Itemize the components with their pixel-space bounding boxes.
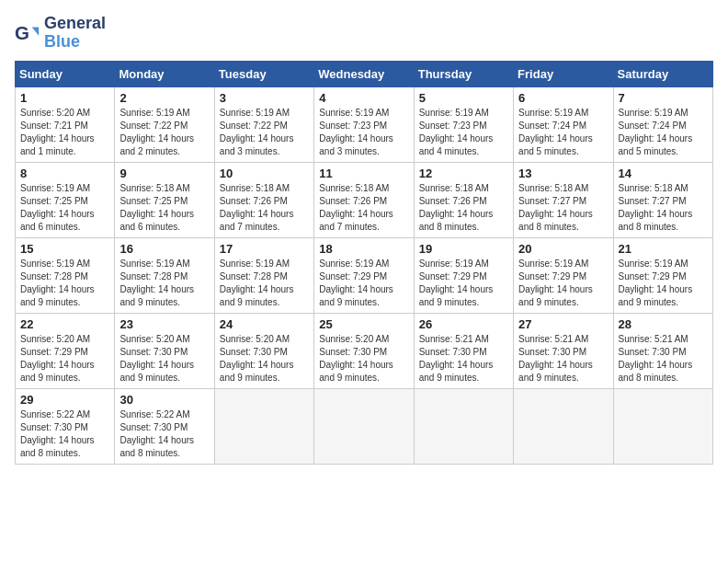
day-header-thursday: Thursday [414,61,513,86]
day-cell: 11Sunrise: 5:18 AMSunset: 7:26 PMDayligh… [314,162,414,237]
day-number: 19 [419,242,508,256]
day-info: Sunrise: 5:18 AMSunset: 7:26 PMDaylight:… [319,182,408,234]
day-header-saturday: Saturday [613,61,712,86]
day-number: 21 [619,242,708,256]
day-cell: 21Sunrise: 5:19 AMSunset: 7:29 PMDayligh… [613,237,712,313]
week-row-2: 8Sunrise: 5:19 AMSunset: 7:25 PMDaylight… [16,162,713,237]
day-info: Sunrise: 5:19 AMSunset: 7:23 PMDaylight:… [319,107,408,158]
day-number: 22 [20,317,109,331]
day-number: 30 [119,393,209,407]
day-header-monday: Monday [115,61,214,86]
day-info: Sunrise: 5:21 AMSunset: 7:30 PMDaylight:… [619,333,708,385]
day-info: Sunrise: 5:19 AMSunset: 7:24 PMDaylight:… [619,107,708,158]
day-info: Sunrise: 5:22 AMSunset: 7:30 PMDaylight:… [119,408,209,460]
day-cell: 6Sunrise: 5:19 AMSunset: 7:24 PMDaylight… [514,86,613,162]
day-number: 16 [119,242,209,256]
day-number: 28 [619,317,708,331]
day-info: Sunrise: 5:21 AMSunset: 7:30 PMDaylight:… [419,333,508,385]
day-info: Sunrise: 5:19 AMSunset: 7:24 PMDaylight:… [518,107,608,158]
day-cell [514,388,613,464]
svg-text:G: G [15,21,29,42]
day-number: 23 [119,317,209,331]
day-info: Sunrise: 5:20 AMSunset: 7:30 PMDaylight:… [119,333,209,385]
day-header-friday: Friday [514,61,613,86]
day-cell: 12Sunrise: 5:18 AMSunset: 7:26 PMDayligh… [414,162,513,237]
day-number: 8 [20,167,109,180]
day-cell [414,388,513,464]
day-cell: 16Sunrise: 5:19 AMSunset: 7:28 PMDayligh… [115,237,214,313]
day-info: Sunrise: 5:19 AMSunset: 7:25 PMDaylight:… [20,182,109,234]
day-number: 14 [619,167,708,180]
day-number: 17 [220,242,309,256]
day-cell: 10Sunrise: 5:18 AMSunset: 7:26 PMDayligh… [214,162,313,237]
day-cell: 20Sunrise: 5:19 AMSunset: 7:29 PMDayligh… [514,237,613,313]
day-info: Sunrise: 5:19 AMSunset: 7:22 PMDaylight:… [220,107,309,158]
week-row-1: 1Sunrise: 5:20 AMSunset: 7:21 PMDaylight… [16,86,713,162]
day-cell: 17Sunrise: 5:19 AMSunset: 7:28 PMDayligh… [214,237,313,313]
day-cell: 13Sunrise: 5:18 AMSunset: 7:27 PMDayligh… [514,162,613,237]
day-number: 12 [419,167,508,180]
day-number: 15 [20,242,109,256]
day-cell: 27Sunrise: 5:21 AMSunset: 7:30 PMDayligh… [514,313,613,388]
week-row-3: 15Sunrise: 5:19 AMSunset: 7:28 PMDayligh… [16,237,713,313]
logo-text: General Blue [44,15,106,52]
day-number: 13 [518,167,608,180]
logo: G General Blue [15,15,106,52]
day-info: Sunrise: 5:18 AMSunset: 7:27 PMDaylight:… [518,182,608,234]
day-info: Sunrise: 5:19 AMSunset: 7:22 PMDaylight:… [119,107,209,158]
day-cell: 25Sunrise: 5:20 AMSunset: 7:30 PMDayligh… [314,313,414,388]
day-number: 20 [518,242,608,256]
day-info: Sunrise: 5:21 AMSunset: 7:30 PMDaylight:… [518,333,608,385]
day-info: Sunrise: 5:20 AMSunset: 7:29 PMDaylight:… [20,333,109,385]
day-info: Sunrise: 5:19 AMSunset: 7:28 PMDaylight:… [119,258,209,309]
day-info: Sunrise: 5:20 AMSunset: 7:30 PMDaylight:… [319,333,408,385]
day-number: 11 [319,167,408,180]
day-cell: 26Sunrise: 5:21 AMSunset: 7:30 PMDayligh… [414,313,513,388]
day-header-wednesday: Wednesday [314,61,414,86]
day-info: Sunrise: 5:19 AMSunset: 7:29 PMDaylight:… [419,258,508,309]
day-cell [214,388,313,464]
day-cell: 29Sunrise: 5:22 AMSunset: 7:30 PMDayligh… [16,388,115,464]
day-cell: 28Sunrise: 5:21 AMSunset: 7:30 PMDayligh… [613,313,712,388]
day-number: 4 [319,91,408,105]
day-number: 18 [319,242,408,256]
day-number: 27 [518,317,608,331]
day-info: Sunrise: 5:22 AMSunset: 7:30 PMDaylight:… [20,408,109,460]
day-cell: 9Sunrise: 5:18 AMSunset: 7:25 PMDaylight… [115,162,214,237]
day-info: Sunrise: 5:18 AMSunset: 7:25 PMDaylight:… [119,182,209,234]
calendar-table: SundayMondayTuesdayWednesdayThursdayFrid… [15,61,713,465]
day-number: 9 [119,167,209,180]
day-cell: 4Sunrise: 5:19 AMSunset: 7:23 PMDaylight… [314,86,414,162]
day-info: Sunrise: 5:19 AMSunset: 7:29 PMDaylight:… [319,258,408,309]
logo-icon: G [15,20,40,46]
day-header-sunday: Sunday [16,61,115,86]
day-number: 5 [419,91,508,105]
day-info: Sunrise: 5:19 AMSunset: 7:28 PMDaylight:… [220,258,309,309]
week-row-5: 29Sunrise: 5:22 AMSunset: 7:30 PMDayligh… [16,388,713,464]
day-cell: 23Sunrise: 5:20 AMSunset: 7:30 PMDayligh… [115,313,214,388]
day-cell: 15Sunrise: 5:19 AMSunset: 7:28 PMDayligh… [16,237,115,313]
week-row-4: 22Sunrise: 5:20 AMSunset: 7:29 PMDayligh… [16,313,713,388]
day-cell: 19Sunrise: 5:19 AMSunset: 7:29 PMDayligh… [414,237,513,313]
day-number: 29 [20,393,109,407]
day-info: Sunrise: 5:18 AMSunset: 7:26 PMDaylight:… [419,182,508,234]
svg-marker-1 [32,27,39,35]
day-cell: 18Sunrise: 5:19 AMSunset: 7:29 PMDayligh… [314,237,414,313]
day-info: Sunrise: 5:19 AMSunset: 7:29 PMDaylight:… [518,258,608,309]
day-number: 3 [220,91,309,105]
day-cell: 5Sunrise: 5:19 AMSunset: 7:23 PMDaylight… [414,86,513,162]
day-cell: 24Sunrise: 5:20 AMSunset: 7:30 PMDayligh… [214,313,313,388]
day-info: Sunrise: 5:20 AMSunset: 7:21 PMDaylight:… [20,107,109,158]
day-cell: 30Sunrise: 5:22 AMSunset: 7:30 PMDayligh… [115,388,214,464]
day-number: 10 [220,167,309,180]
day-info: Sunrise: 5:20 AMSunset: 7:30 PMDaylight:… [220,333,309,385]
day-cell: 1Sunrise: 5:20 AMSunset: 7:21 PMDaylight… [16,86,115,162]
day-number: 1 [20,91,109,105]
day-info: Sunrise: 5:19 AMSunset: 7:28 PMDaylight:… [20,258,109,309]
day-number: 26 [419,317,508,331]
day-info: Sunrise: 5:19 AMSunset: 7:23 PMDaylight:… [419,107,508,158]
day-info: Sunrise: 5:18 AMSunset: 7:27 PMDaylight:… [619,182,708,234]
header: G General Blue [15,15,713,52]
header-row: SundayMondayTuesdayWednesdayThursdayFrid… [16,61,713,86]
day-info: Sunrise: 5:18 AMSunset: 7:26 PMDaylight:… [220,182,309,234]
